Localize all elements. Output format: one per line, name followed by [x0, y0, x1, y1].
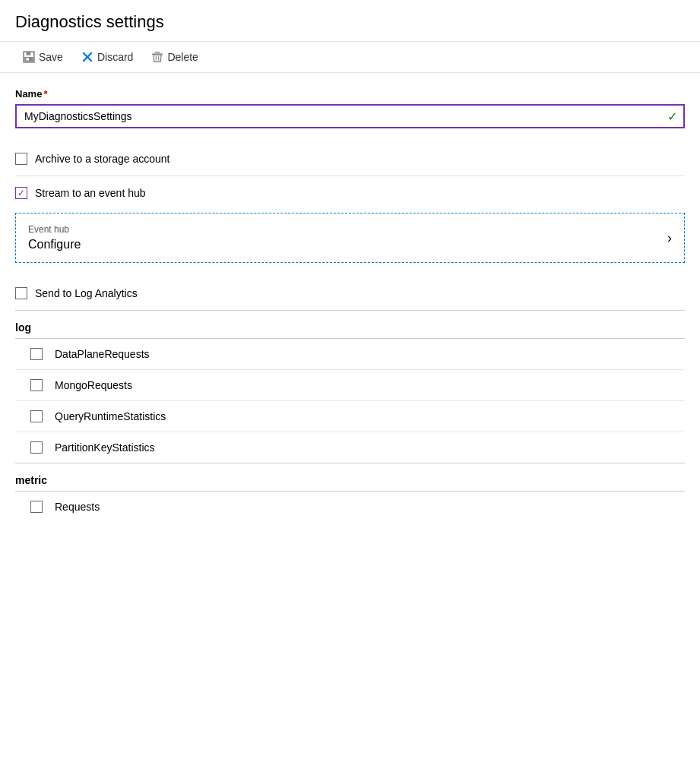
log-item-partitionkey: PartitionKeyStatistics	[15, 432, 685, 463]
save-label: Save	[39, 51, 63, 63]
log-item-queryruntime: QueryRuntimeStatistics	[15, 401, 685, 432]
log-item-mongo: MongoRequests	[15, 370, 685, 401]
svg-rect-7	[155, 52, 160, 53]
event-hub-card[interactable]: Event hub Configure ›	[15, 213, 685, 263]
delete-label: Delete	[167, 51, 198, 63]
log-section-header: log	[15, 311, 685, 338]
delete-button[interactable]: Delete	[144, 48, 205, 66]
discard-icon	[81, 51, 93, 63]
page-header: Diagnostics settings	[0, 0, 700, 42]
discard-label: Discard	[97, 51, 133, 63]
name-input-wrapper: ✓	[15, 104, 685, 128]
page-title: Diagnostics settings	[15, 12, 685, 32]
save-button[interactable]: Save	[15, 48, 71, 66]
metric-section-header: metric	[15, 463, 685, 491]
main-content: Name* ✓ Archive to a storage account Str…	[0, 73, 700, 537]
name-input[interactable]	[15, 104, 685, 128]
partitionkey-checkbox[interactable]	[30, 441, 43, 454]
log-analytics-label[interactable]: Send to Log Analytics	[35, 287, 138, 299]
name-valid-icon: ✓	[667, 109, 677, 124]
archive-checkbox[interactable]	[15, 153, 27, 165]
dataplane-label: DataPlaneRequests	[55, 348, 150, 360]
delete-icon	[151, 51, 163, 63]
dataplane-checkbox[interactable]	[30, 348, 43, 360]
requests-label: Requests	[55, 501, 100, 513]
name-field-label: Name*	[15, 88, 685, 100]
archive-row: Archive to a storage account	[15, 142, 685, 176]
log-item-dataplane: DataPlaneRequests	[15, 339, 685, 370]
log-analytics-row: Send to Log Analytics	[15, 277, 685, 310]
mongo-checkbox[interactable]	[30, 379, 43, 391]
save-icon	[23, 51, 35, 63]
event-hub-card-value: Configure	[28, 238, 81, 251]
archive-label[interactable]: Archive to a storage account	[35, 153, 169, 165]
log-items-list: DataPlaneRequests MongoRequests QueryRun…	[15, 339, 685, 463]
page-container: Diagnostics settings Save Discar	[0, 0, 700, 759]
stream-checkbox[interactable]	[15, 187, 27, 199]
queryruntime-checkbox[interactable]	[30, 410, 43, 422]
stream-label[interactable]: Stream to an event hub	[35, 187, 146, 199]
mongo-label: MongoRequests	[55, 379, 132, 391]
event-hub-card-arrow-icon: ›	[667, 230, 672, 246]
required-indicator: *	[43, 88, 47, 100]
metric-item-requests: Requests	[15, 492, 685, 522]
partitionkey-label: PartitionKeyStatistics	[55, 441, 155, 454]
svg-rect-1	[27, 52, 31, 55]
svg-rect-3	[27, 58, 29, 60]
requests-checkbox[interactable]	[30, 501, 43, 513]
event-hub-card-content: Event hub Configure	[28, 224, 81, 251]
event-hub-card-label: Event hub	[28, 224, 81, 235]
metric-items-list: Requests	[15, 492, 685, 522]
queryruntime-label: QueryRuntimeStatistics	[55, 410, 166, 422]
discard-button[interactable]: Discard	[74, 48, 141, 66]
log-analytics-checkbox[interactable]	[15, 287, 27, 299]
stream-row: Stream to an event hub	[15, 176, 685, 210]
toolbar: Save Discard Delete	[0, 42, 700, 73]
